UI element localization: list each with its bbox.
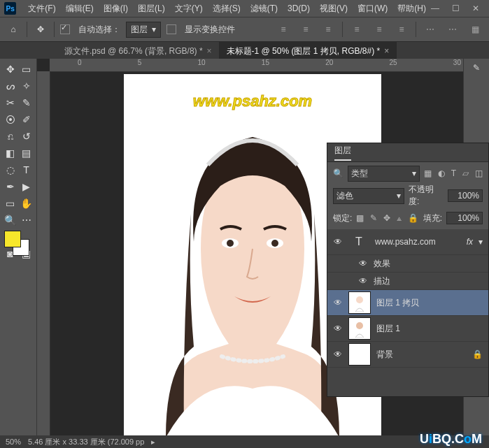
align-hcenter-icon[interactable]: ≡ — [371, 22, 388, 37]
crop-tool[interactable]: ✂ — [3, 95, 17, 110]
3d-mode-icon[interactable]: ▦ — [467, 22, 483, 37]
layer-1[interactable]: 👁 图层 1 — [327, 316, 488, 342]
layer-text[interactable]: 👁 T www.psahz.com fx ▾ — [327, 229, 488, 255]
more-options-icon[interactable]: ⋯ — [444, 22, 461, 37]
layer-copy[interactable]: 👁 图层 1 拷贝 — [327, 290, 488, 316]
options-bar: ⌂ ✥ 自动选择： 图层▾ 显示变换控件 ≡ ≡ ≡ ≡ ≡ ≡ ⋯ ⋯ ▦ — [0, 17, 489, 42]
menu-text[interactable]: 文字(Y) — [170, 3, 208, 15]
lock-pixels-icon[interactable]: ✎ — [370, 213, 377, 223]
site-watermark: UiBQ.CoM — [420, 432, 482, 447]
effect-label: 描边 — [374, 275, 390, 287]
menu-image[interactable]: 图像(I) — [99, 3, 133, 15]
auto-select-target-dropdown[interactable]: 图层▾ — [126, 22, 161, 38]
healing-brush-tool[interactable]: ⦿ — [3, 112, 17, 127]
menu-view[interactable]: 视图(V) — [315, 3, 353, 15]
show-transform-label: 显示变换控件 — [185, 24, 235, 36]
window-minimize-icon[interactable]: — — [431, 3, 439, 13]
menu-edit[interactable]: 编辑(E) — [61, 3, 99, 15]
marquee-tool[interactable]: ▭ — [19, 62, 34, 77]
opacity-input[interactable]: 100% — [448, 189, 483, 202]
home-icon[interactable]: ⌂ — [6, 22, 21, 37]
layer-effects-header[interactable]: 👁 效果 — [327, 255, 488, 273]
show-transform-checkbox[interactable] — [166, 24, 176, 34]
visibility-icon[interactable]: 👁 — [333, 237, 343, 247]
layers-panel-title[interactable]: 图层 — [334, 145, 351, 161]
tab-untitled[interactable]: 未标题-1 @ 50% (图层 1 拷贝, RGB/8#) *× — [220, 42, 397, 60]
type-tool[interactable]: T — [19, 162, 34, 178]
move-tool[interactable]: ✥ — [3, 62, 17, 77]
layer-effect-stroke[interactable]: 👁 描边 — [327, 273, 488, 290]
shape-tool[interactable]: ▭ — [3, 196, 17, 211]
visibility-icon[interactable]: 👁 — [333, 298, 343, 308]
layer-background[interactable]: 👁 背景 🔒 — [327, 342, 488, 368]
window-close-icon[interactable]: ✕ — [472, 3, 479, 13]
window-maximize-icon[interactable]: ☐ — [452, 3, 460, 13]
magic-wand-tool[interactable]: ✧ — [19, 78, 34, 94]
lock-all-icon[interactable]: 🔒 — [408, 213, 418, 223]
align-top-icon[interactable]: ≡ — [275, 22, 292, 37]
move-tool-icon[interactable]: ✥ — [33, 22, 48, 37]
filter-shape-icon[interactable]: ▱ — [462, 168, 469, 178]
visibility-icon[interactable]: 👁 — [358, 259, 368, 268]
search-icon[interactable]: 🔍 — [333, 168, 343, 178]
align-left-icon[interactable]: ≡ — [348, 22, 365, 37]
clone-stamp-tool[interactable]: ⎌ — [3, 129, 17, 144]
vertical-ruler — [37, 71, 50, 435]
zoom-tool[interactable]: 🔍 — [3, 212, 17, 228]
blend-mode-dropdown[interactable]: 滤色▾ — [333, 188, 404, 204]
layer-thumb — [348, 291, 371, 314]
menu-select[interactable]: 选择(S) — [208, 3, 246, 15]
edit-icon[interactable]: ✎ — [473, 63, 480, 73]
fx-badge[interactable]: fx — [467, 237, 473, 247]
svg-point-3 — [271, 240, 278, 247]
lock-position-icon[interactable]: ✥ — [383, 213, 390, 223]
visibility-icon[interactable]: 👁 — [333, 349, 343, 359]
menu-filter[interactable]: 滤镜(T) — [246, 3, 283, 15]
filter-smart-icon[interactable]: ◫ — [475, 168, 483, 178]
visibility-icon[interactable]: 👁 — [333, 324, 343, 333]
auto-select-checkbox[interactable] — [60, 24, 70, 34]
lasso-tool[interactable]: ᔕ — [3, 78, 17, 94]
filter-type-dropdown[interactable]: 类型▾ — [348, 166, 420, 182]
lock-transparency-icon[interactable]: ▩ — [356, 213, 364, 223]
path-select-tool[interactable]: ▶ — [19, 179, 34, 194]
status-arrow-icon[interactable]: ▸ — [151, 438, 155, 447]
lock-icon: 🔒 — [472, 349, 483, 359]
chevron-down-icon[interactable]: ▾ — [479, 237, 483, 247]
blur-tool[interactable]: ◌ — [3, 162, 17, 178]
brush-tool[interactable]: ✐ — [19, 112, 34, 127]
fill-input[interactable]: 100% — [446, 212, 483, 224]
menu-file[interactable]: 文件(F) — [23, 3, 60, 15]
visibility-icon[interactable]: 👁 — [358, 276, 368, 286]
hand-tool[interactable]: ✋ — [19, 196, 34, 211]
eraser-tool[interactable]: ◧ — [3, 145, 17, 161]
color-swatches[interactable] — [3, 229, 34, 254]
status-bar: 50% 5.46 厘米 x 33.33 厘米 (72.009 pp ▸ — [0, 435, 489, 448]
align-bottom-icon[interactable]: ≡ — [320, 22, 336, 37]
gradient-tool[interactable]: ▤ — [19, 145, 34, 161]
lock-artboard-icon[interactable]: ⟁ — [397, 213, 402, 223]
zoom-level[interactable]: 50% — [6, 438, 21, 446]
filter-adjust-icon[interactable]: ◐ — [438, 168, 445, 178]
foreground-color-swatch[interactable] — [4, 231, 21, 247]
menu-3d[interactable]: 3D(D) — [283, 3, 315, 13]
eyedropper-tool[interactable]: ✎ — [19, 95, 34, 110]
align-vcenter-icon[interactable]: ≡ — [297, 22, 314, 37]
distribute-icon[interactable]: ⋯ — [422, 22, 439, 37]
edit-toolbar-icon[interactable]: ⋯ — [19, 212, 34, 228]
menu-help[interactable]: 帮助(H) — [392, 3, 431, 15]
menu-window[interactable]: 窗口(W) — [353, 3, 392, 15]
close-icon[interactable]: × — [384, 46, 389, 56]
menu-layer[interactable]: 图层(L) — [133, 3, 170, 15]
layer-label: 背景 — [376, 349, 393, 361]
filter-type-icon[interactable]: T — [451, 168, 456, 178]
fill-label: 填充: — [423, 212, 442, 224]
filter-pixel-icon[interactable]: ▦ — [424, 168, 432, 178]
pen-tool[interactable]: ✒ — [3, 179, 17, 194]
align-right-icon[interactable]: ≡ — [393, 22, 410, 37]
history-brush-tool[interactable]: ↺ — [19, 129, 34, 144]
close-icon[interactable]: × — [207, 46, 212, 56]
layer-thumb — [348, 343, 371, 366]
document-tabs: 源文件.psd @ 66.7% (背景, RGB/8) *× 未标题-1 @ 5… — [0, 42, 489, 60]
tab-source[interactable]: 源文件.psd @ 66.7% (背景, RGB/8) *× — [57, 42, 220, 60]
